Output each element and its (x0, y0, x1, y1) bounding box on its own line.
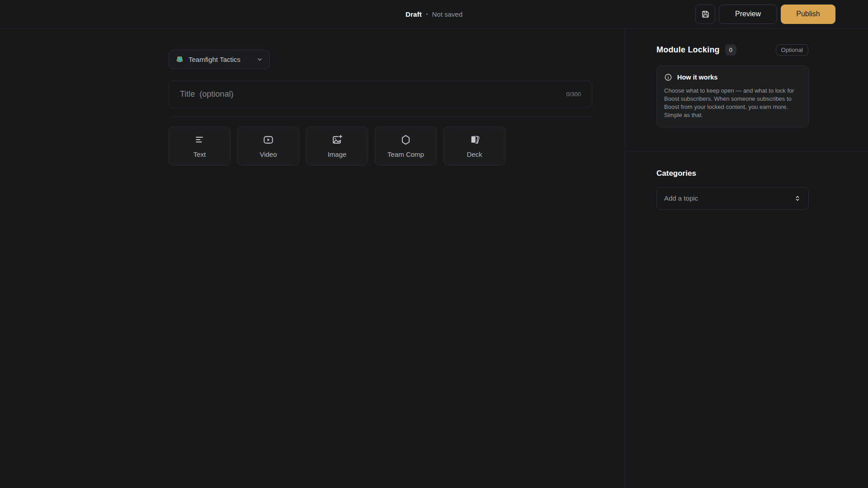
game-selector-value: Teamfight Tactics (189, 56, 252, 63)
module-button-deck[interactable]: Deck (443, 127, 505, 165)
chevrons-up-down-icon (794, 195, 801, 202)
categories-title: Categories (656, 169, 808, 178)
module-locking-sidebar: Module Locking 0 Optional How it works C… (625, 28, 868, 488)
editor-main: Teamfight Tactics 0/300 Text (0, 28, 625, 488)
module-label: Team Comp (387, 150, 424, 158)
save-button[interactable] (695, 5, 715, 24)
video-play-icon (263, 134, 274, 145)
draft-status-label: Draft (406, 10, 422, 18)
module-locking-title: Module Locking (656, 45, 720, 55)
tft-game-icon (175, 55, 184, 64)
how-it-works-card: How it works Choose what to keep open — … (656, 66, 809, 127)
text-lines-icon (194, 134, 205, 145)
add-topic-placeholder: Add a topic (664, 194, 794, 202)
game-selector-dropdown[interactable]: Teamfight Tactics (169, 50, 270, 69)
save-status-label: Not saved (432, 10, 463, 18)
floppy-save-icon (701, 9, 710, 19)
module-button-video[interactable]: Video (237, 127, 299, 165)
module-buttons-row: Text Video (169, 127, 625, 165)
locked-count-badge: 0 (725, 44, 736, 56)
title-char-counter: 0/300 (566, 91, 581, 98)
topbar: Draft • Not saved Preview Publish (0, 0, 868, 28)
title-field-container: 0/300 (169, 80, 592, 108)
hexagon-icon (400, 134, 411, 145)
add-topic-select[interactable]: Add a topic (656, 187, 809, 210)
module-button-teamcomp[interactable]: Team Comp (375, 127, 437, 165)
chevron-down-icon (256, 56, 263, 63)
how-it-works-header: How it works (664, 73, 801, 81)
module-label: Video (259, 150, 277, 158)
how-it-works-title: How it works (677, 74, 717, 81)
sidebar-divider (625, 151, 868, 152)
module-label: Image (328, 150, 347, 158)
module-label: Text (193, 150, 206, 158)
preview-button[interactable]: Preview (719, 5, 777, 24)
deck-cards-icon (469, 134, 480, 145)
optional-badge: Optional (776, 44, 808, 56)
module-label: Deck (467, 150, 482, 158)
info-circle-icon (664, 73, 672, 81)
module-button-text[interactable]: Text (169, 127, 231, 165)
publish-button[interactable]: Publish (781, 5, 835, 24)
title-input[interactable] (180, 89, 561, 99)
module-button-image[interactable]: Image (306, 127, 368, 165)
how-it-works-body: Choose what to keep open — and what to l… (664, 87, 801, 119)
image-plus-icon (331, 134, 343, 145)
status-separator-dot: • (426, 11, 428, 18)
document-status: Draft • Not saved (406, 10, 462, 18)
module-locking-header: Module Locking 0 Optional (656, 44, 808, 56)
page-content: Teamfight Tactics 0/300 Text (0, 28, 868, 488)
editor-divider (169, 116, 592, 117)
